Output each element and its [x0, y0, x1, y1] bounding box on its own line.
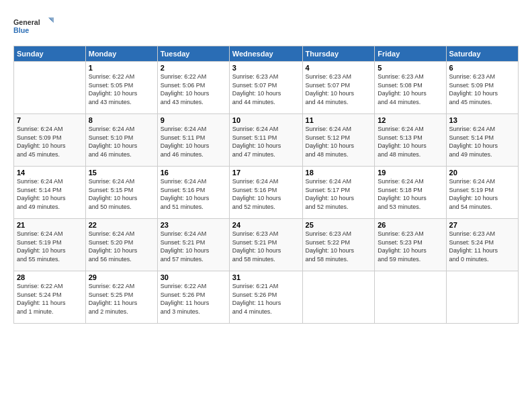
day-info: Sunrise: 6:24 AM Sunset: 5:14 PM Dayligh…: [17, 177, 83, 211]
calendar-cell: 27Sunrise: 6:23 AM Sunset: 5:24 PM Dayli…: [446, 219, 518, 271]
svg-text:Blue: Blue: [13, 26, 29, 34]
day-info: Sunrise: 6:24 AM Sunset: 5:11 PM Dayligh…: [232, 125, 300, 158]
calendar-cell: 26Sunrise: 6:23 AM Sunset: 5:23 PM Dayli…: [375, 219, 446, 271]
weekday-header-friday: Friday: [375, 46, 446, 62]
calendar-cell: [375, 271, 446, 324]
day-info: Sunrise: 6:24 AM Sunset: 5:11 PM Dayligh…: [161, 125, 226, 158]
day-number: 17: [232, 169, 300, 177]
calendar-cell: 24Sunrise: 6:23 AM Sunset: 5:21 PM Dayli…: [229, 219, 302, 271]
calendar-cell: 28Sunrise: 6:22 AM Sunset: 5:24 PM Dayli…: [14, 271, 86, 324]
calendar-cell: 18Sunrise: 6:24 AM Sunset: 5:17 PM Dayli…: [302, 167, 375, 219]
day-number: 2: [161, 64, 226, 72]
day-info: Sunrise: 6:23 AM Sunset: 5:23 PM Dayligh…: [378, 230, 443, 263]
calendar-cell: 5Sunrise: 6:23 AM Sunset: 5:08 PM Daylig…: [375, 62, 446, 114]
day-number: 20: [449, 169, 515, 177]
svg-marker-3: [48, 17, 54, 23]
calendar-cell: 31Sunrise: 6:21 AM Sunset: 5:26 PM Dayli…: [229, 271, 302, 324]
day-info: Sunrise: 6:24 AM Sunset: 5:18 PM Dayligh…: [378, 177, 443, 211]
weekday-header-thursday: Thursday: [302, 46, 375, 62]
day-info: Sunrise: 6:22 AM Sunset: 5:25 PM Dayligh…: [89, 282, 154, 316]
day-info: Sunrise: 6:24 AM Sunset: 5:19 PM Dayligh…: [449, 177, 515, 211]
day-number: 19: [378, 169, 443, 177]
calendar-cell: 21Sunrise: 6:24 AM Sunset: 5:19 PM Dayli…: [14, 219, 86, 271]
weekday-header-saturday: Saturday: [446, 46, 518, 62]
day-number: 4: [306, 64, 372, 72]
calendar-cell: 15Sunrise: 6:24 AM Sunset: 5:15 PM Dayli…: [85, 167, 157, 219]
weekday-header-tuesday: Tuesday: [157, 46, 229, 62]
calendar-cell: 2Sunrise: 6:22 AM Sunset: 5:06 PM Daylig…: [157, 62, 229, 114]
day-info: Sunrise: 6:23 AM Sunset: 5:21 PM Dayligh…: [232, 230, 300, 263]
day-info: Sunrise: 6:24 AM Sunset: 5:17 PM Dayligh…: [306, 177, 372, 211]
day-number: 26: [378, 221, 443, 229]
day-number: 31: [232, 273, 300, 281]
day-info: Sunrise: 6:22 AM Sunset: 5:24 PM Dayligh…: [17, 282, 83, 316]
calendar-cell: [446, 271, 518, 324]
day-number: 7: [17, 116, 83, 124]
day-number: 9: [161, 116, 226, 124]
day-info: Sunrise: 6:23 AM Sunset: 5:22 PM Dayligh…: [306, 230, 372, 263]
day-info: Sunrise: 6:24 AM Sunset: 5:13 PM Dayligh…: [378, 125, 443, 158]
calendar-cell: 16Sunrise: 6:24 AM Sunset: 5:16 PM Dayli…: [157, 167, 229, 219]
calendar-cell: 22Sunrise: 6:24 AM Sunset: 5:20 PM Dayli…: [85, 219, 157, 271]
day-info: Sunrise: 6:22 AM Sunset: 5:05 PM Dayligh…: [89, 73, 154, 106]
calendar-cell: [302, 271, 375, 324]
day-info: Sunrise: 6:23 AM Sunset: 5:09 PM Dayligh…: [449, 73, 515, 106]
calendar-cell: 7Sunrise: 6:24 AM Sunset: 5:09 PM Daylig…: [14, 114, 86, 167]
day-info: Sunrise: 6:24 AM Sunset: 5:21 PM Dayligh…: [161, 230, 226, 263]
calendar-cell: 12Sunrise: 6:24 AM Sunset: 5:13 PM Dayli…: [375, 114, 446, 167]
calendar-cell: 20Sunrise: 6:24 AM Sunset: 5:19 PM Dayli…: [446, 167, 518, 219]
logo-svg: General Blue: [13, 12, 54, 39]
calendar-cell: 10Sunrise: 6:24 AM Sunset: 5:11 PM Dayli…: [229, 114, 302, 167]
day-number: 11: [306, 116, 372, 124]
day-info: Sunrise: 6:21 AM Sunset: 5:26 PM Dayligh…: [232, 282, 300, 316]
day-number: 28: [17, 273, 83, 281]
day-number: 21: [17, 221, 83, 229]
day-number: 3: [232, 64, 300, 72]
day-info: Sunrise: 6:23 AM Sunset: 5:07 PM Dayligh…: [306, 73, 372, 106]
day-info: Sunrise: 6:23 AM Sunset: 5:24 PM Dayligh…: [449, 230, 515, 263]
day-info: Sunrise: 6:24 AM Sunset: 5:10 PM Dayligh…: [89, 125, 154, 158]
day-info: Sunrise: 6:24 AM Sunset: 5:12 PM Dayligh…: [306, 125, 372, 158]
day-info: Sunrise: 6:23 AM Sunset: 5:08 PM Dayligh…: [378, 73, 443, 106]
calendar-cell: 6Sunrise: 6:23 AM Sunset: 5:09 PM Daylig…: [446, 62, 518, 114]
day-info: Sunrise: 6:24 AM Sunset: 5:16 PM Dayligh…: [161, 177, 226, 211]
day-number: 25: [306, 221, 372, 229]
day-info: Sunrise: 6:22 AM Sunset: 5:06 PM Dayligh…: [161, 73, 226, 106]
calendar-cell: 4Sunrise: 6:23 AM Sunset: 5:07 PM Daylig…: [302, 62, 375, 114]
day-number: 15: [89, 169, 154, 177]
day-number: 8: [89, 116, 154, 124]
day-info: Sunrise: 6:24 AM Sunset: 5:19 PM Dayligh…: [17, 230, 83, 263]
calendar-cell: 23Sunrise: 6:24 AM Sunset: 5:21 PM Dayli…: [157, 219, 229, 271]
calendar-cell: 11Sunrise: 6:24 AM Sunset: 5:12 PM Dayli…: [302, 114, 375, 167]
weekday-header-monday: Monday: [85, 46, 157, 62]
day-number: 14: [17, 169, 83, 177]
day-number: 30: [161, 273, 226, 281]
calendar-cell: 25Sunrise: 6:23 AM Sunset: 5:22 PM Dayli…: [302, 219, 375, 271]
logo: General Blue: [13, 12, 54, 39]
day-number: 16: [161, 169, 226, 177]
calendar-cell: 9Sunrise: 6:24 AM Sunset: 5:11 PM Daylig…: [157, 114, 229, 167]
day-number: 1: [89, 64, 154, 72]
calendar-cell: [14, 62, 86, 114]
day-info: Sunrise: 6:24 AM Sunset: 5:20 PM Dayligh…: [89, 230, 154, 263]
day-info: Sunrise: 6:23 AM Sunset: 5:07 PM Dayligh…: [232, 73, 300, 106]
calendar-cell: 13Sunrise: 6:24 AM Sunset: 5:14 PM Dayli…: [446, 114, 518, 167]
day-number: 23: [161, 221, 226, 229]
calendar-cell: 14Sunrise: 6:24 AM Sunset: 5:14 PM Dayli…: [14, 167, 86, 219]
weekday-header-wednesday: Wednesday: [229, 46, 302, 62]
day-number: 5: [378, 64, 443, 72]
calendar-cell: 1Sunrise: 6:22 AM Sunset: 5:05 PM Daylig…: [85, 62, 157, 114]
day-info: Sunrise: 6:24 AM Sunset: 5:09 PM Dayligh…: [17, 125, 83, 158]
day-number: 29: [89, 273, 154, 281]
day-number: 12: [378, 116, 443, 124]
day-number: 24: [232, 221, 300, 229]
day-info: Sunrise: 6:24 AM Sunset: 5:15 PM Dayligh…: [89, 177, 154, 211]
svg-text:General: General: [13, 18, 40, 26]
day-number: 18: [306, 169, 372, 177]
day-number: 22: [89, 221, 154, 229]
calendar-cell: 19Sunrise: 6:24 AM Sunset: 5:18 PM Dayli…: [375, 167, 446, 219]
page-header: General Blue: [13, 12, 519, 39]
calendar-cell: 17Sunrise: 6:24 AM Sunset: 5:16 PM Dayli…: [229, 167, 302, 219]
calendar-cell: 29Sunrise: 6:22 AM Sunset: 5:25 PM Dayli…: [85, 271, 157, 324]
calendar-table: SundayMondayTuesdayWednesdayThursdayFrid…: [13, 46, 519, 324]
